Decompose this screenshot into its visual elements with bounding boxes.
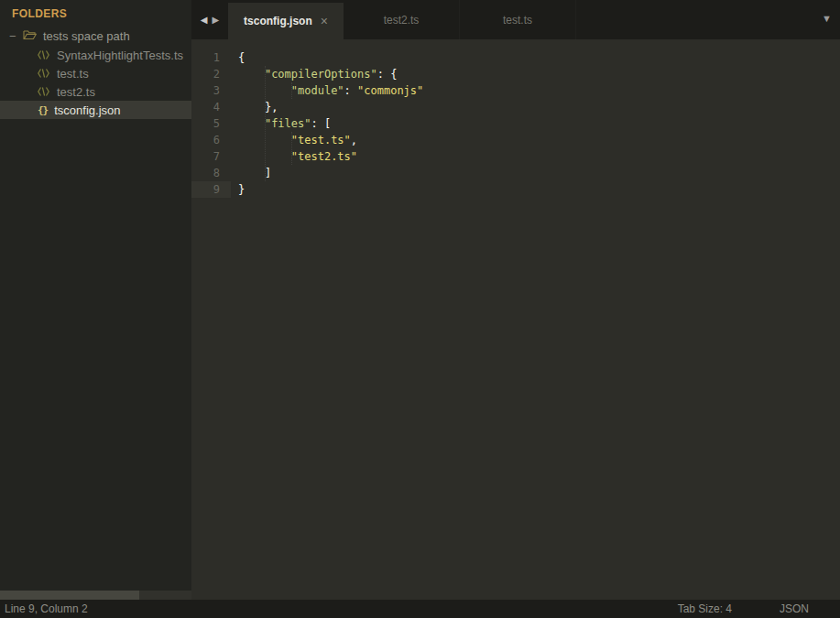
tab-overflow-dropdown-icon[interactable]: ▼: [822, 13, 832, 24]
line-number: 3: [191, 82, 231, 99]
code-line-7: 7 "test2.ts": [191, 148, 840, 165]
sidebar-horizontal-scrollbar[interactable]: [0, 591, 191, 600]
line-number: 1: [191, 49, 231, 66]
line-number: 8: [191, 165, 231, 181]
line-content: "module": "commonjs": [238, 82, 423, 99]
code-line-9: 9}: [191, 181, 840, 198]
nav-back-icon[interactable]: ◀: [201, 15, 208, 25]
tab-tsconfig.json[interactable]: tsconfig.json×: [228, 3, 344, 39]
scrollbar-thumb[interactable]: [0, 591, 139, 600]
tab-bar: ◀ ▶ tsconfig.json×test2.tstest.ts ▼: [191, 0, 840, 39]
status-bar: Line 9, Column 2 Tab Size: 4 JSON: [0, 600, 840, 618]
indent-guide: [291, 82, 292, 99]
line-number: 9: [191, 181, 231, 198]
sidebar: FOLDERS − tests space path SyntaxHightli…: [0, 0, 191, 600]
collapse-minus-icon[interactable]: −: [9, 29, 21, 43]
line-content: "test.ts",: [238, 132, 357, 148]
code-file-icon: [38, 67, 49, 81]
syntax-mode-button[interactable]: JSON: [780, 602, 809, 615]
tab-test.ts[interactable]: test.ts: [460, 0, 576, 39]
indent-guide: [265, 66, 266, 181]
file-name: test2.ts: [57, 85, 95, 99]
code-line-6: 6 "test.ts",: [191, 132, 840, 148]
file-name: test.ts: [57, 67, 89, 81]
tab-size-button[interactable]: Tab Size: 4: [678, 602, 732, 615]
line-number: 6: [191, 132, 231, 148]
sidebar-folders-header: FOLDERS: [0, 0, 191, 27]
line-content: {: [238, 49, 245, 66]
code-line-1: 1{: [191, 49, 840, 66]
code-file-icon: [38, 49, 49, 62]
sidebar-file-test2.ts[interactable]: test2.ts: [0, 82, 191, 101]
line-number: 4: [191, 99, 231, 115]
file-name: tsconfig.json: [54, 103, 120, 117]
code-line-8: 8 ]: [191, 165, 840, 181]
tab-test2.ts[interactable]: test2.ts: [344, 0, 460, 39]
tab-label: tsconfig.json: [244, 15, 312, 27]
line-content: ]: [238, 165, 271, 181]
code-file-icon: [38, 85, 49, 99]
tab-label: test2.ts: [384, 14, 420, 27]
sidebar-folder-tests-space-path[interactable]: − tests space path: [0, 27, 191, 46]
line-content: }: [238, 181, 245, 198]
code-line-4: 4 },: [191, 99, 840, 115]
line-content: "test2.ts": [238, 148, 357, 165]
nav-forward-icon[interactable]: ▶: [213, 15, 220, 25]
cursor-position-label: Line 9, Column 2: [5, 602, 88, 615]
indent-guide: [291, 132, 292, 165]
tab-close-icon[interactable]: ×: [321, 16, 328, 26]
file-tree: SyntaxHightlightTests.tstest.tstest2.ts{…: [0, 46, 191, 119]
code-editor[interactable]: 1{2 "compilerOptions": {3 "module": "com…: [191, 39, 840, 600]
sidebar-file-tsconfig.json[interactable]: {}tsconfig.json: [0, 101, 191, 119]
sidebar-file-test.ts[interactable]: test.ts: [0, 64, 191, 82]
editor-window: FOLDERS − tests space path SyntaxHightli…: [0, 0, 840, 618]
braces-file-icon: {}: [38, 104, 48, 116]
line-content: "files": [: [238, 115, 331, 132]
tab-label: test.ts: [503, 14, 532, 27]
tabs-container: tsconfig.json×test2.tstest.ts: [228, 0, 576, 39]
line-number: 7: [191, 148, 231, 165]
line-number: 2: [191, 66, 231, 82]
line-content: },: [238, 99, 278, 115]
code-line-2: 2 "compilerOptions": {: [191, 66, 840, 82]
tab-nav: ◀ ▶: [191, 0, 228, 39]
folder-name: tests space path: [43, 29, 130, 43]
open-folder-icon: [23, 29, 37, 43]
line-number: 5: [191, 115, 231, 132]
code-line-5: 5 "files": [: [191, 115, 840, 132]
code-line-3: 3 "module": "commonjs": [191, 82, 840, 99]
file-name: SyntaxHightlightTests.ts: [57, 49, 183, 62]
line-content: "compilerOptions": {: [238, 66, 397, 82]
sidebar-file-syntaxhightlighttests.ts[interactable]: SyntaxHightlightTests.ts: [0, 46, 191, 64]
